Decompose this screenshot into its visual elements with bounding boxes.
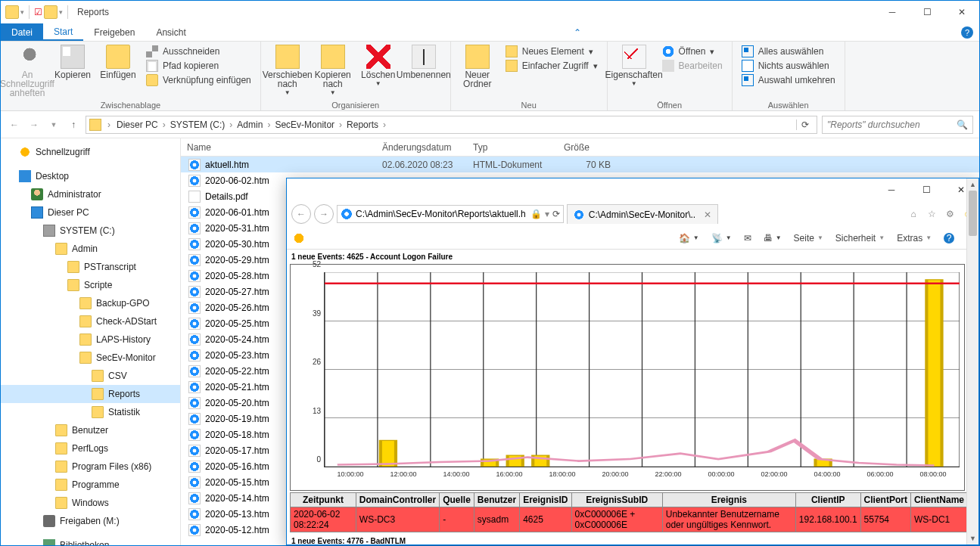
rename-button[interactable]: Umbenennen [402,43,446,81]
ie-back-button[interactable]: ← [291,204,311,224]
chevron-icon[interactable]: › [160,119,169,130]
crumb[interactable]: Reports [345,119,380,130]
search-box[interactable]: 🔍 [822,116,973,134]
tree-node[interactable]: SYSTEM (C:) [1,222,180,240]
tree-node[interactable]: Backup-GPO [1,294,180,312]
copy-button[interactable]: Kopieren [51,43,95,81]
chevron-icon[interactable]: › [380,119,389,130]
tab-file[interactable]: Datei [1,23,43,41]
up-button[interactable]: ↑ [66,117,81,132]
column-headers[interactable]: Name Änderungsdatum Typ Größe [181,138,979,157]
tb-security[interactable]: Sicherheit [835,233,885,244]
tree-node[interactable]: Admin [1,240,180,258]
edit-button[interactable]: Bearbeiten [659,59,726,73]
help-button[interactable]: ? [961,26,973,39]
tab-start[interactable]: Start [43,23,83,41]
copypath-button[interactable]: Pfad kopieren [143,59,254,73]
tb-mail[interactable]: ✉ [744,233,751,244]
ie-address-bar[interactable]: C:\Admin\SecEv-Monitor\Reports\aktuell.h… [337,205,564,223]
tree-node[interactable]: Check-ADStart [1,312,180,330]
delete-button[interactable]: Löschen▼ [356,43,400,90]
tree-node[interactable]: Bibliotheken [1,536,180,545]
tb-feeds[interactable]: 📡▼ [711,233,732,244]
chevron-icon[interactable]: › [336,119,345,130]
forward-button[interactable]: → [26,117,42,132]
tree-node[interactable]: Schnellzugriff [1,143,180,161]
scroll-thumb[interactable] [969,191,977,236]
favorites-icon[interactable]: ☆ [926,208,938,220]
minimize-button[interactable]: ─ [875,1,910,23]
tree-node[interactable]: Freigaben (M:) [1,512,180,530]
tb-extras[interactable]: Extras [897,233,932,244]
back-button[interactable]: ← [7,117,22,132]
home-icon[interactable]: ⌂ [907,208,919,220]
close-button[interactable]: ✕ [944,1,979,23]
tree-node[interactable]: Programme [1,476,180,494]
qat-check-icon[interactable]: ☑ [34,7,42,17]
copyto-button[interactable]: Kopieren nach▼ [311,43,355,99]
tree-node[interactable]: Dieser PC [1,203,180,222]
col-type[interactable]: Typ [467,138,558,156]
cut-button[interactable]: Ausschneiden [143,45,254,58]
tree-node[interactable]: CSV [1,367,180,385]
add-favorite-icon[interactable] [293,232,305,244]
crumb[interactable]: Admin [235,119,264,130]
ie-minimize-button[interactable]: ─ [874,178,909,201]
col-modified[interactable]: Änderungsdatum [376,138,467,156]
paste-button[interactable]: Einfügen [96,43,140,81]
ie-maximize-button[interactable]: ☐ [909,178,944,201]
properties-button[interactable]: Eigenschaften▼ [612,43,656,90]
recent-dropdown[interactable]: ▼ [46,117,61,132]
scroll-up-icon[interactable]: ▲ [967,178,978,191]
chevron-icon[interactable]: › [104,119,114,130]
tree-node[interactable]: Desktop [1,167,180,185]
crumb[interactable]: Dieser PC [115,119,160,130]
tree-node[interactable]: Program Files (x86) [1,458,180,476]
selectinv-button[interactable]: Auswahl umkehren [739,73,838,87]
tree-node[interactable]: LAPS-History [1,330,180,349]
ie-tab[interactable]: C:\Admin\SecEv-Monitor\... ✕ [567,204,718,224]
tree-node[interactable]: Windows [1,494,180,512]
close-tab-icon[interactable]: ✕ [704,209,711,220]
tab-view[interactable]: Ansicht [145,23,196,41]
tree-node[interactable]: Scripte [1,276,180,294]
selectall-button[interactable]: Alles auswählen [739,45,838,58]
ribbon-collapse[interactable]: ⌃ [568,23,586,41]
tree-node[interactable]: Administrator [1,185,180,203]
newitem-button[interactable]: Neues Element ▾ [502,45,601,58]
scrollbar[interactable]: ▲ ▼ [966,178,978,544]
tree-node[interactable]: PerfLogs [1,439,180,458]
tree-node[interactable]: Statistik [1,403,180,421]
tb-print[interactable]: 🖶▼ [764,233,782,244]
newfolder-button[interactable]: Neuer Ordner [456,43,499,90]
tree-node[interactable]: PSTranscript [1,258,180,276]
search-input[interactable] [827,119,957,130]
ie-forward-button[interactable]: → [314,204,334,224]
open-button[interactable]: Öffnen ▾ [659,45,726,58]
tb-page[interactable]: Seite [794,233,823,244]
pastelink-button[interactable]: Verknüpfung einfügen [143,73,254,87]
chevron-icon[interactable]: › [226,119,235,130]
col-name[interactable]: Name [181,138,376,156]
qat-folder-icon[interactable] [44,5,58,19]
scroll-down-icon[interactable]: ▼ [967,532,978,544]
gear-icon[interactable]: ⚙ [944,208,956,220]
tb-home[interactable]: 🏠▼ [679,233,699,244]
crumb[interactable]: SYSTEM (C:) [169,119,227,130]
moveto-button[interactable]: Verschieben nach▼ [266,43,310,99]
tb-help[interactable]: ? [944,233,954,244]
nav-tree[interactable]: SchnellzugriffDesktopAdministratorDieser… [1,138,181,545]
pin-quickaccess-button[interactable]: An Schnellzugriff anheften [5,43,49,99]
col-size[interactable]: Größe [558,138,611,156]
breadcrumb[interactable]: › Dieser PC›SYSTEM (C:)›Admin›SecEv-Moni… [86,116,817,134]
chevron-icon[interactable]: › [264,119,273,130]
tree-node[interactable]: SecEv-Monitor [1,349,180,367]
easyaccess-button[interactable]: Einfacher Zugriff ▾ [502,59,601,73]
maximize-button[interactable]: ☐ [910,1,944,23]
ie-refresh-button[interactable]: ⟳ [552,209,560,219]
file-row[interactable]: aktuell.htm02.06.2020 08:23HTML-Dokument… [181,157,979,172]
crumb[interactable]: SecEv-Monitor [273,119,336,130]
tree-node[interactable]: Reports [1,385,180,403]
selectnone-button[interactable]: Nichts auswählen [739,59,838,73]
tree-node[interactable]: Benutzer [1,421,180,439]
